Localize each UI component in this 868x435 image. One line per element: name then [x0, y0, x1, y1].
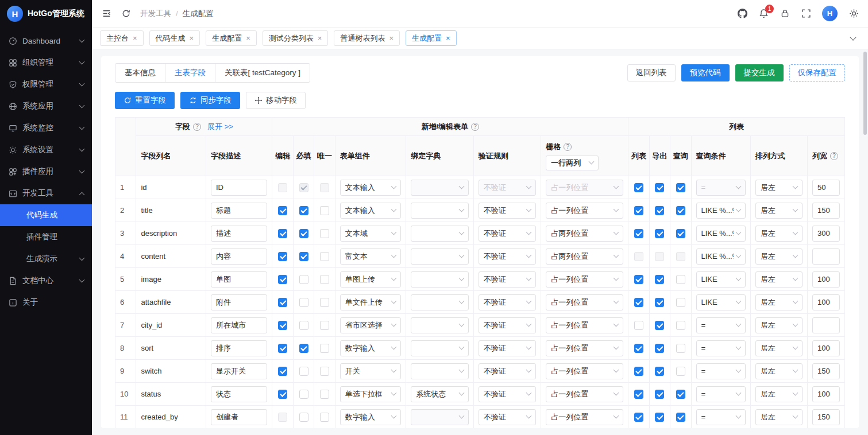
- condition-select[interactable]: LIKE: [696, 271, 746, 288]
- grid-select[interactable]: 占两列位置: [546, 226, 623, 242]
- validation-select[interactable]: 不验证: [479, 386, 536, 402]
- tab-basic-info[interactable]: 基本信息: [115, 63, 165, 83]
- component-select[interactable]: 开关: [340, 363, 402, 379]
- export-checkbox[interactable]: [655, 275, 664, 284]
- align-select[interactable]: 居左: [755, 271, 803, 288]
- component-select[interactable]: 数字输入: [340, 340, 402, 356]
- edit-checkbox[interactable]: [278, 206, 287, 215]
- query-checkbox[interactable]: [676, 367, 685, 376]
- condition-select[interactable]: LIKE %...%: [696, 248, 746, 265]
- width-input[interactable]: [812, 226, 840, 242]
- edit-checkbox[interactable]: [278, 183, 287, 192]
- list-checkbox[interactable]: [634, 413, 643, 422]
- sidebar-item-dashboard[interactable]: Dashboard: [0, 30, 92, 52]
- close-icon[interactable]: ×: [190, 34, 194, 42]
- tabs-dropdown-button[interactable]: [846, 32, 860, 45]
- help-icon[interactable]: ?: [471, 123, 479, 131]
- condition-select[interactable]: =: [696, 180, 746, 196]
- query-checkbox[interactable]: [676, 298, 685, 307]
- export-checkbox[interactable]: [655, 206, 664, 215]
- sidebar-item-generation-demo[interactable]: 生成演示: [0, 248, 92, 270]
- required-checkbox[interactable]: [299, 367, 308, 376]
- dict-select[interactable]: [411, 203, 468, 219]
- scrollbar[interactable]: [863, 52, 867, 430]
- menu-collapse-icon[interactable]: [101, 9, 111, 19]
- edit-checkbox[interactable]: [278, 321, 287, 330]
- unique-checkbox[interactable]: [320, 252, 329, 261]
- refresh-icon[interactable]: [121, 9, 131, 19]
- width-input[interactable]: [812, 203, 840, 219]
- required-checkbox[interactable]: [299, 390, 308, 399]
- grid-select[interactable]: 占两列位置: [546, 248, 623, 265]
- required-checkbox[interactable]: [299, 321, 308, 330]
- sidebar-item-dev-tools[interactable]: 开发工具: [0, 182, 92, 204]
- export-checkbox[interactable]: [655, 344, 664, 353]
- sidebar-item-system-app[interactable]: 系统应用: [0, 95, 92, 117]
- align-select[interactable]: 居左: [755, 386, 803, 402]
- export-checkbox[interactable]: [655, 298, 664, 307]
- tab-related-table[interactable]: 关联表[ testCategory ]: [215, 63, 310, 83]
- expand-link[interactable]: 展开 >>: [207, 122, 233, 132]
- dict-select[interactable]: [411, 180, 468, 196]
- dict-select[interactable]: [411, 363, 468, 379]
- export-checkbox[interactable]: [655, 229, 664, 238]
- help-icon[interactable]: ?: [830, 152, 838, 160]
- unique-checkbox[interactable]: [320, 390, 329, 399]
- page-tab-code-generation[interactable]: 代码生成×: [149, 30, 200, 46]
- list-checkbox[interactable]: [634, 367, 643, 376]
- component-select[interactable]: 数字输入: [340, 409, 402, 425]
- required-checkbox[interactable]: [299, 298, 308, 307]
- unique-checkbox[interactable]: [320, 183, 329, 192]
- app-logo[interactable]: H HotGo管理系统: [0, 0, 92, 28]
- required-checkbox[interactable]: [299, 252, 308, 261]
- dict-select[interactable]: [411, 294, 468, 310]
- condition-select[interactable]: LIKE %...%: [696, 226, 746, 242]
- grid-select[interactable]: 占一列位置: [546, 340, 623, 356]
- query-checkbox[interactable]: [676, 252, 685, 261]
- edit-checkbox[interactable]: [278, 390, 287, 399]
- help-icon[interactable]: ?: [564, 143, 572, 151]
- align-select[interactable]: 居左: [755, 409, 803, 425]
- condition-select[interactable]: =: [696, 363, 746, 379]
- validation-select[interactable]: 不验证: [479, 363, 536, 379]
- export-checkbox[interactable]: [655, 413, 664, 422]
- list-checkbox[interactable]: [634, 298, 643, 307]
- dict-select[interactable]: [411, 271, 468, 288]
- list-checkbox[interactable]: [634, 206, 643, 215]
- validation-select[interactable]: 不验证: [479, 294, 536, 310]
- unique-checkbox[interactable]: [320, 298, 329, 307]
- export-checkbox[interactable]: [655, 183, 664, 192]
- close-icon[interactable]: ×: [318, 34, 322, 42]
- sidebar-item-code-generation[interactable]: 代码生成: [0, 204, 92, 226]
- grid-select[interactable]: 占一列位置: [546, 203, 623, 219]
- component-select[interactable]: 单文件上传: [340, 294, 402, 310]
- grid-select[interactable]: 占一列位置: [546, 294, 623, 310]
- component-select[interactable]: 单图上传: [340, 271, 402, 288]
- grid-select[interactable]: 占一列位置: [546, 386, 623, 402]
- align-select[interactable]: 居左: [755, 180, 803, 196]
- help-icon[interactable]: ?: [193, 123, 201, 131]
- unique-checkbox[interactable]: [320, 413, 329, 422]
- list-checkbox[interactable]: [634, 183, 643, 192]
- align-select[interactable]: 居左: [755, 294, 803, 310]
- unique-checkbox[interactable]: [320, 206, 329, 215]
- dict-select[interactable]: [411, 409, 468, 425]
- sidebar-item-doc-center[interactable]: 文档中心: [0, 270, 92, 292]
- query-checkbox[interactable]: [676, 390, 685, 399]
- close-icon[interactable]: ×: [389, 34, 394, 42]
- width-input[interactable]: [812, 386, 840, 402]
- query-checkbox[interactable]: [676, 344, 685, 353]
- width-input[interactable]: [812, 317, 840, 333]
- field-desc-input[interactable]: [211, 180, 267, 196]
- field-desc-input[interactable]: [211, 340, 267, 356]
- grid-select[interactable]: 占一列位置: [546, 271, 623, 288]
- move-fields-button[interactable]: 移动字段: [246, 92, 306, 109]
- preview-code-button[interactable]: 预览代码: [681, 64, 730, 81]
- field-desc-input[interactable]: [211, 363, 267, 379]
- sidebar-item-system-monitor[interactable]: 系统监控: [0, 117, 92, 139]
- back-to-list-button[interactable]: 返回列表: [627, 64, 676, 81]
- field-desc-input[interactable]: [211, 203, 267, 219]
- condition-select[interactable]: =: [696, 409, 746, 425]
- width-input[interactable]: [812, 363, 840, 379]
- sidebar-item-organization[interactable]: 组织管理: [0, 52, 92, 73]
